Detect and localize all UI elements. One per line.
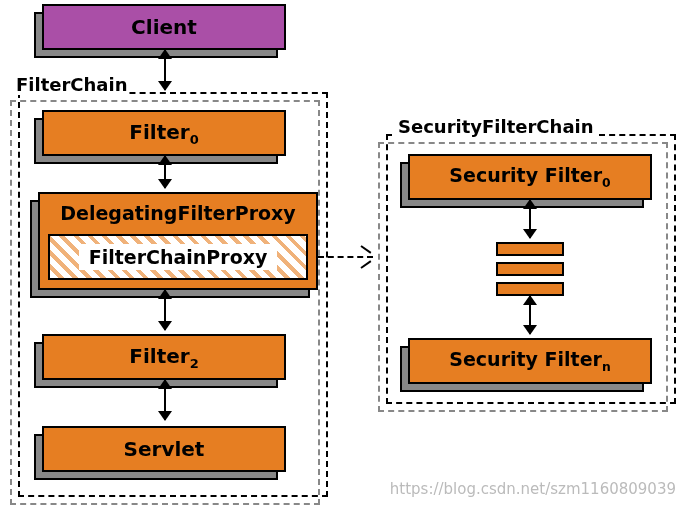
delegating-label: DelegatingFilterProxy — [60, 202, 296, 224]
arrow-stack-secn — [529, 296, 531, 334]
secfilter0-label: Security Filter0 — [449, 164, 610, 190]
arrow-sec0-stack — [529, 200, 531, 238]
filter2-box: Filter2 — [42, 334, 286, 380]
filter0-label: Filter0 — [129, 120, 198, 147]
stack-bars-icon — [496, 242, 564, 296]
arrow-client-filter0 — [164, 50, 166, 90]
watermark-text: https://blog.csdn.net/szm1160809039 — [390, 480, 676, 498]
securityfilterchain-label: SecurityFilterChain — [396, 116, 596, 137]
secfiltern-box: Security Filtern — [408, 338, 652, 384]
arrow-filter0-delegating — [164, 156, 166, 188]
secfilter0-box: Security Filter0 — [408, 154, 652, 200]
servlet-label: Servlet — [124, 437, 205, 461]
arrow-filter2-servlet — [164, 380, 166, 420]
filterchainproxy-box: FilterChainProxy — [48, 234, 308, 280]
servlet-box: Servlet — [42, 426, 286, 472]
client-label: Client — [131, 15, 197, 39]
client-box: Client — [42, 4, 286, 50]
filter0-box: Filter0 — [42, 110, 286, 156]
filterchainproxy-label: FilterChainProxy — [79, 244, 278, 270]
arrow-delegating-filter2 — [164, 290, 166, 330]
secfiltern-label: Security Filtern — [449, 348, 610, 374]
filter2-label: Filter2 — [129, 344, 198, 371]
filterchain-label: FilterChain — [14, 74, 129, 95]
connector-arrowhead — [358, 245, 374, 267]
